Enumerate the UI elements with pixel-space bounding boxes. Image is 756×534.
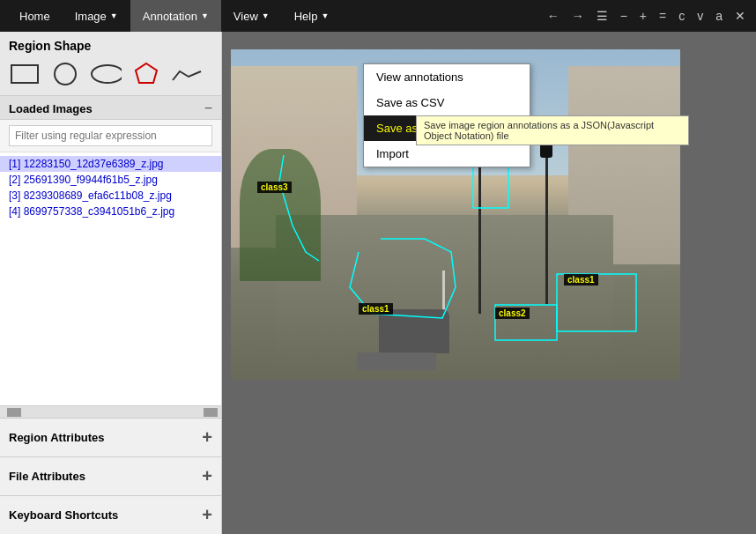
- nav-icon-minus[interactable]: −: [617, 7, 631, 25]
- svg-point-1: [55, 63, 76, 85]
- nav-icon-prev[interactable]: ←: [544, 7, 563, 25]
- content-area: class3 class1 class2 class1 View annotat…: [222, 32, 756, 534]
- image-list: [1] 12283150_12d37e6389_z.jpg[2] 2569139…: [0, 152, 221, 405]
- nav-icon-equals[interactable]: =: [656, 7, 670, 25]
- shape-polyline-button[interactable]: [171, 63, 203, 88]
- nav-icon-close[interactable]: ✕: [731, 7, 749, 25]
- nav-image-arrow: ▼: [110, 11, 118, 20]
- dropdown-view-annotations[interactable]: View annotations: [364, 64, 530, 90]
- svg-point-2: [92, 65, 122, 83]
- nav-home[interactable]: Home: [7, 0, 63, 32]
- circle-icon: [51, 62, 79, 86]
- nav-image-label: Image: [75, 10, 107, 23]
- filter-input[interactable]: [9, 125, 212, 146]
- dropdown-save-csv[interactable]: Save as CSV: [364, 90, 530, 115]
- nav-view-arrow: ▼: [262, 11, 270, 20]
- list-hscroll-right: [204, 408, 218, 417]
- file-attributes-section[interactable]: File Attributes +: [0, 456, 221, 495]
- shape-ellipse-button[interactable]: [90, 62, 122, 86]
- nav-annotation-arrow: ▼: [201, 11, 209, 20]
- loaded-images-section: Loaded Images −: [0, 96, 221, 120]
- tooltip: Save image region annotations as a JSON(…: [416, 115, 689, 145]
- region-attributes-title: Region Attributes: [9, 431, 105, 444]
- nav-help[interactable]: Help ▼: [282, 0, 342, 32]
- keyboard-shortcuts-title: Keyboard Shortcuts: [9, 508, 118, 522]
- file-attributes-title: File Attributes: [9, 470, 85, 483]
- nav-image[interactable]: Image ▼: [63, 0, 130, 32]
- shape-rect-button[interactable]: [9, 62, 41, 86]
- nav-icon-plus[interactable]: +: [636, 7, 650, 25]
- image-list-item[interactable]: [1] 12283150_12d37e6389_z.jpg: [0, 156, 221, 172]
- region-attributes-section[interactable]: Region Attributes +: [0, 418, 221, 456]
- polygon-icon: [132, 62, 160, 86]
- nav-view-label: View: [233, 10, 258, 23]
- nav-view[interactable]: View ▼: [221, 0, 282, 32]
- list-scrollbar[interactable]: [0, 405, 221, 418]
- nav-annotation-label: Annotation: [143, 10, 197, 23]
- nav-help-arrow: ▼: [321, 11, 329, 20]
- rect-icon: [11, 64, 39, 84]
- shape-tools: [9, 60, 212, 88]
- loaded-images-header: Loaded Images −: [9, 101, 212, 115]
- image-list-item[interactable]: [4] 8699757338_c3941051b6_z.jpg: [0, 204, 221, 219]
- shape-circle-button[interactable]: [49, 62, 81, 86]
- nav-icon-menu[interactable]: ☰: [593, 7, 611, 25]
- shape-polygon-button[interactable]: [130, 62, 162, 86]
- region-shape-title: Region Shape: [9, 39, 212, 53]
- region-attributes-plus: +: [202, 427, 212, 448]
- nav-icon-a[interactable]: a: [712, 7, 726, 25]
- ellipse-icon: [90, 62, 122, 86]
- nav-icon-c[interactable]: c: [675, 7, 688, 25]
- filter-section: [0, 120, 221, 152]
- nav-icon-v[interactable]: v: [693, 7, 707, 25]
- loaded-images-title: Loaded Images: [9, 102, 93, 115]
- nav-annotation[interactable]: Annotation ▼: [130, 0, 221, 32]
- polyline-icon: [171, 68, 203, 84]
- nav-icons: ← → ☰ − + = c v a ✕: [544, 7, 749, 25]
- keyboard-shortcuts-section[interactable]: Keyboard Shortcuts +: [0, 495, 221, 534]
- list-hscroll-left: [7, 408, 21, 417]
- nav-help-label: Help: [294, 10, 318, 23]
- nav-icon-next[interactable]: →: [568, 7, 588, 25]
- main-layout: Region Shape: [0, 32, 756, 534]
- image-list-item[interactable]: [3] 8239308689_efa6c11b08_z.jpg: [0, 188, 221, 204]
- region-shape-section: Region Shape: [0, 32, 221, 96]
- navbar: Home Image ▼ Annotation ▼ View ▼ Help ▼ …: [0, 0, 756, 32]
- image-list-item[interactable]: [2] 25691390_f9944f61b5_z.jpg: [0, 172, 221, 188]
- keyboard-shortcuts-plus: +: [202, 505, 212, 525]
- sidebar: Region Shape: [0, 32, 222, 534]
- file-attributes-plus: +: [202, 466, 212, 486]
- svg-rect-0: [11, 65, 38, 83]
- loaded-images-collapse-button[interactable]: −: [204, 101, 212, 115]
- svg-marker-3: [136, 63, 157, 83]
